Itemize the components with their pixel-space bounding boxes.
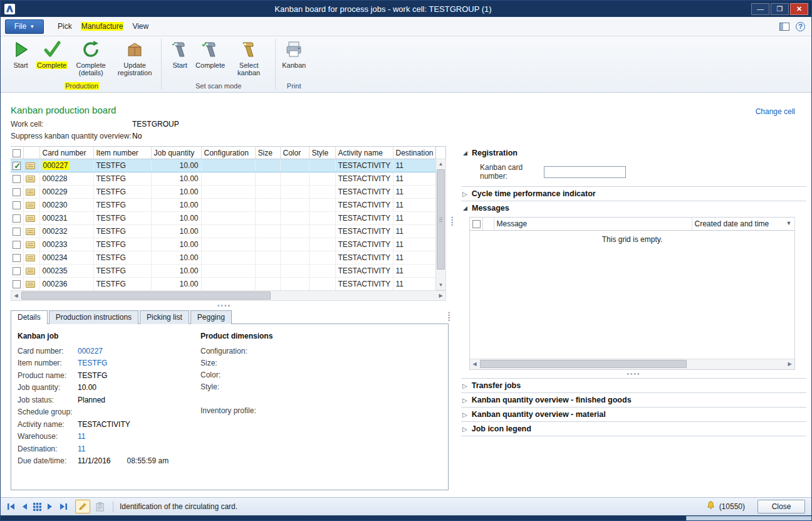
scrollbar-thumb[interactable] [437, 169, 445, 270]
details-tab[interactable]: Picking list [140, 310, 189, 324]
collapsed-panel-section[interactable]: ▷ Job icon legend [461, 422, 806, 436]
first-record-button[interactable] [7, 503, 16, 510]
product-dimension-field: Color: [200, 369, 351, 381]
grid-vertical-scrollbar[interactable]: ▲ ▼ [435, 159, 446, 290]
size-cell [255, 278, 280, 291]
last-record-button[interactable] [59, 503, 68, 510]
sort-dropdown-icon[interactable]: ▼ [786, 220, 792, 226]
col-destination[interactable]: Destination [393, 147, 435, 159]
details-tab[interactable]: Details [11, 310, 48, 324]
details-tab[interactable]: Production instructions [49, 310, 138, 324]
scroll-right-icon[interactable]: ▶ [785, 359, 794, 369]
section-messages[interactable]: Messages [461, 201, 806, 216]
section-registration[interactable]: Registration [461, 146, 806, 161]
status-message: Identification of the circulating card. [120, 502, 237, 511]
scroll-up-icon[interactable]: ▲ [436, 159, 445, 169]
attach-document-button[interactable] [93, 500, 107, 513]
messages-select-all-checkbox[interactable] [472, 220, 481, 228]
scrollbar-thumb[interactable] [480, 360, 687, 368]
col-size[interactable]: Size [255, 147, 280, 159]
col-item-number[interactable]: Item number [93, 147, 151, 159]
next-record-button[interactable] [46, 503, 54, 510]
kanban-card-icon [26, 255, 35, 261]
size-cell [255, 225, 280, 238]
row-checkbox[interactable] [13, 280, 21, 288]
close-window-button[interactable]: ✕ [790, 3, 808, 15]
vertical-splitter-handle[interactable]: •••• [448, 312, 452, 322]
row-checkbox[interactable] [13, 254, 21, 262]
col-card-number[interactable]: Card number [39, 147, 93, 159]
scroll-right-icon[interactable]: ▶ [436, 291, 445, 300]
scrollbar-thumb[interactable] [21, 292, 271, 300]
collapsed-panel-section[interactable]: ▷ Kanban quantity overview - finished go… [461, 393, 806, 408]
grid-horizontal-scrollbar[interactable]: ◀ ▶ [11, 290, 446, 301]
scan-complete-button[interactable]: Complete [194, 38, 227, 70]
row-checkbox[interactable] [13, 228, 21, 236]
col-activity-name[interactable]: Activity name [335, 147, 393, 159]
splitter-handle[interactable]: •••• [217, 302, 231, 309]
collapsed-panel-section[interactable]: ▷ Kanban quantity overview - material [461, 408, 806, 422]
kanban-job-row[interactable]: 000234 TESTFG 10.00 TESTACTIVITY 11 [11, 251, 435, 265]
close-form-button[interactable]: Close [757, 500, 805, 513]
col-job-quantity[interactable]: Job quantity [151, 147, 201, 159]
row-checkbox[interactable] [13, 267, 21, 275]
update-registration-button[interactable]: Update registration [113, 38, 157, 78]
file-menu-button[interactable]: File ▼ [5, 19, 44, 34]
configuration-cell [201, 265, 255, 278]
splitter-handle[interactable]: •••• [461, 370, 806, 378]
change-cell-link[interactable]: Change cell [756, 107, 795, 116]
scroll-left-icon[interactable]: ◀ [470, 359, 479, 369]
row-checkbox[interactable] [13, 175, 21, 183]
print-kanban-button[interactable]: Kanban [280, 38, 308, 70]
kanban-job-row[interactable]: 000228 TESTFG 10.00 TESTACTIVITY 11 [11, 172, 435, 186]
col-configuration[interactable]: Configuration [201, 147, 255, 159]
ribbon-tab[interactable]: View [123, 18, 157, 34]
kanban-job-row[interactable]: 000235 TESTFG 10.00 TESTACTIVITY 11 [11, 265, 435, 278]
row-checkbox[interactable] [13, 162, 21, 170]
kanban-job-row[interactable]: 000229 TESTFG 10.00 TESTACTIVITY 11 [11, 186, 435, 199]
kanban-job-row[interactable]: 000227 TESTFG 10.00 TESTACTIVITY 11 [11, 159, 435, 172]
col-color[interactable]: Color [280, 147, 309, 159]
edit-record-button[interactable] [75, 500, 90, 513]
col-created-date[interactable]: Created date and time ▼ [692, 218, 794, 230]
row-checkbox[interactable] [13, 241, 21, 249]
production-complete-details-button[interactable]: Complete (details) [69, 38, 113, 78]
scroll-down-icon[interactable]: ▼ [436, 280, 445, 290]
grid-view-button[interactable] [33, 503, 41, 511]
style-cell [309, 265, 335, 278]
kanban-card-number-input[interactable] [544, 166, 626, 178]
work-cell-value: TESTGROUP [132, 120, 179, 129]
help-icon[interactable]: ? [796, 22, 805, 31]
layout-panels-icon[interactable] [779, 23, 789, 31]
row-checkbox[interactable] [13, 188, 21, 196]
messages-horizontal-scrollbar[interactable]: ◀ ▶ [470, 359, 794, 369]
previous-record-button[interactable] [21, 503, 28, 510]
expand-triangle-icon: ▷ [462, 397, 467, 404]
kanban-card-icon [26, 215, 35, 222]
col-message[interactable]: Message [494, 218, 692, 230]
production-complete-button[interactable]: Complete [34, 38, 69, 70]
vertical-splitter-handle[interactable]: •••• [451, 216, 455, 226]
select-all-checkbox[interactable] [13, 149, 21, 157]
select-kanban-button[interactable]: Select kanban [227, 38, 271, 78]
row-checkbox[interactable] [13, 201, 21, 209]
notifications-bell-icon[interactable] [706, 501, 716, 512]
ribbon-tab[interactable]: Pick [49, 18, 81, 34]
row-checkbox[interactable] [13, 214, 21, 223]
kanban-job-row[interactable]: 000233 TESTFG 10.00 TESTACTIVITY 11 [11, 238, 435, 251]
minimize-button[interactable]: — [751, 3, 769, 15]
kanban-job-row[interactable]: 000230 TESTFG 10.00 TESTACTIVITY 11 [11, 199, 435, 212]
collapsed-panel-section[interactable]: ▷ Transfer jobs [461, 379, 806, 393]
ribbon-tab[interactable]: Manufacture [81, 22, 124, 31]
kanban-job-row[interactable]: 000236 TESTFG 10.00 TESTACTIVITY 11 [11, 278, 435, 291]
kanban-job-row[interactable]: 000232 TESTFG 10.00 TESTACTIVITY 11 [11, 225, 435, 238]
scan-start-button[interactable]: Start [166, 38, 194, 70]
section-cycle-time[interactable]: ▷ Cycle time performance indicator [461, 187, 806, 201]
kanban-job-row[interactable]: 000231 TESTFG 10.00 TESTACTIVITY 11 [11, 212, 435, 225]
ribbon-group-production: Start Complete Complete (details) [4, 36, 159, 92]
scroll-left-icon[interactable]: ◀ [11, 291, 21, 300]
production-start-button[interactable]: Start [7, 38, 34, 70]
col-style[interactable]: Style [309, 147, 335, 159]
details-tab[interactable]: Pegging [190, 310, 232, 324]
maximize-button[interactable]: ❐ [771, 3, 789, 15]
